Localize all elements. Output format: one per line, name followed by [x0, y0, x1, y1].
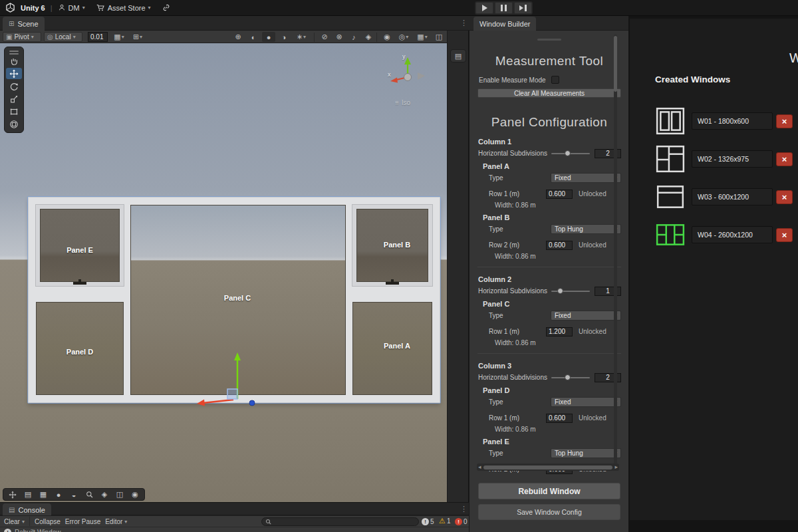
camera-dropdown[interactable]: ◎▾ — [395, 32, 412, 42]
scene-viewport[interactable]: Panel E Panel D Panel C Panel B Panel A … — [0, 43, 447, 502]
rebuild-window-button[interactable]: Rebuild Window — [478, 483, 620, 499]
scroll-right-arrow[interactable]: ▸ — [614, 464, 618, 470]
sphere-overlay-icon[interactable]: ● — [52, 489, 65, 499]
delete-window-button[interactable]: × — [776, 152, 793, 166]
wb-vertical-scrollbar[interactable] — [614, 35, 617, 467]
lock-toggle[interactable]: Unlocked — [579, 241, 606, 249]
layout-overlay-icon[interactable]: ▤ — [21, 489, 35, 499]
grid-snap-input[interactable] — [88, 32, 108, 42]
created-window-item[interactable]: W01 - 1800x600 × — [655, 106, 793, 136]
info-filter-badge[interactable]: !5 — [422, 518, 434, 525]
overlay-menu-button[interactable]: ▤ — [450, 49, 466, 63]
account-menu[interactable]: DM▾ — [53, 0, 90, 16]
console-search[interactable] — [261, 517, 419, 526]
transform-tool[interactable] — [6, 118, 22, 130]
subdivisions-input[interactable] — [595, 149, 621, 158]
tab-scene[interactable]: ⊞ Scene — [3, 17, 45, 31]
scene-menu-kebab[interactable]: ⋮ — [460, 19, 467, 27]
snap-settings-button[interactable]: ⊞▾ — [129, 32, 146, 42]
view-hand-tool[interactable] — [6, 55, 22, 66]
compass-overlay-icon[interactable]: ◉ — [128, 489, 142, 499]
step-button[interactable] — [514, 2, 532, 14]
panel-type-dropdown[interactable]: Fixed▾ — [551, 173, 621, 183]
lock-toggle[interactable]: Unlocked — [579, 328, 606, 335]
created-window-item[interactable]: W03 - 600x1200 × — [655, 182, 793, 211]
scene-toolbar: ▣ Pivot▾ ◎ Local▾ ▦▾ ⊞▾ ⊕ ◐ ● ◑ ∗▾ ⊘ ⊗ ♪… — [0, 31, 469, 43]
tab-console[interactable]: ▤ Console — [3, 503, 51, 516]
pause-button[interactable] — [495, 2, 513, 14]
tab-window-builder[interactable]: Window Builder — [473, 17, 536, 31]
subdivisions-slider[interactable] — [551, 377, 590, 378]
move-overlay-icon[interactable] — [6, 489, 19, 499]
rect-tool[interactable] — [6, 106, 22, 117]
scroll-thumb[interactable] — [483, 466, 613, 469]
shading-mode-button[interactable]: ⊕ — [231, 32, 245, 42]
collapse-toggle[interactable]: Collapse — [35, 518, 61, 525]
scene-icon: ⊞ — [9, 20, 14, 27]
audio-toggle-button[interactable]: ◑ — [277, 32, 291, 42]
panel-type-dropdown[interactable]: Top Hung▾ — [551, 448, 621, 458]
console-menu-kebab[interactable]: ⋮ — [460, 505, 467, 513]
panel-type-dropdown[interactable]: Top Hung▾ — [551, 224, 621, 234]
effects-dropdown[interactable]: ∗▾ — [293, 32, 310, 42]
hidden-objects-button[interactable]: ⊘ — [318, 32, 331, 42]
warning-filter-badge[interactable]: ⚠1 — [439, 517, 450, 525]
scroll-left-arrow[interactable]: ◂ — [478, 464, 481, 470]
grid-visibility-dropdown[interactable]: ▦▾ — [414, 32, 431, 42]
pivot-dropdown[interactable]: ▣ Pivot▾ — [3, 32, 41, 42]
panel-e-sash[interactable] — [36, 205, 124, 286]
asset-store-menu[interactable]: Asset Store▾ — [90, 0, 156, 16]
local-dropdown[interactable]: ◎ Local▾ — [44, 32, 82, 42]
subdivisions-input[interactable] — [595, 373, 621, 382]
enable-measure-checkbox[interactable] — [551, 76, 559, 84]
iso-icon: ≡ — [395, 99, 399, 106]
grid-overlay-icon[interactable]: ▦ — [37, 489, 50, 499]
error-pause-toggle[interactable]: Error Pause — [65, 518, 100, 525]
row-height-input[interactable] — [546, 327, 573, 336]
transform-gizmo[interactable] — [194, 351, 261, 408]
2d-toggle-button[interactable]: ◐ — [247, 32, 260, 42]
scene-visibility-button[interactable]: ◉ — [380, 32, 394, 42]
shaded-overlay-icon[interactable]: ◒ — [67, 489, 80, 499]
gizmo-overlay-icon[interactable]: ◈ — [98, 489, 111, 499]
subdivisions-slider[interactable] — [551, 153, 590, 154]
component-view-button[interactable]: ◫ — [432, 32, 446, 42]
subdivisions-input[interactable] — [595, 287, 621, 296]
lighting-toggle-button[interactable]: ● — [262, 32, 275, 42]
rotate-tool[interactable] — [6, 80, 22, 92]
wb-drag-handle[interactable] — [537, 39, 561, 41]
scale-tool[interactable] — [6, 93, 22, 104]
panel-type-dropdown[interactable]: Fixed▾ — [551, 311, 621, 321]
play-button[interactable] — [475, 2, 493, 14]
created-window-item[interactable]: W02 - 1326x975 × — [655, 144, 793, 174]
editor-dropdown[interactable]: Editor▾ — [105, 518, 127, 525]
move-tool[interactable] — [6, 68, 22, 79]
lock-toggle[interactable]: Unlocked — [579, 190, 606, 198]
clear-measurements-button[interactable]: Clear All Measurements — [477, 88, 621, 98]
row-height-input[interactable] — [546, 190, 573, 199]
delete-window-button[interactable]: × — [776, 114, 793, 128]
panel-type-dropdown[interactable]: Fixed▾ — [551, 397, 621, 407]
wb-horizontal-scrollbar[interactable]: ◂ ▸ — [477, 464, 619, 471]
services-button[interactable] — [156, 0, 176, 16]
error-filter-badge[interactable]: !0 — [455, 518, 467, 525]
cloth-overlay-icon[interactable]: ◫ — [113, 489, 126, 499]
projection-toggle[interactable]: ≡ Iso — [395, 99, 410, 106]
created-window-item-selected[interactable]: W04 - 2600x1200 × — [655, 220, 793, 249]
search-overlay-icon[interactable] — [82, 489, 96, 499]
subdivisions-slider[interactable] — [551, 291, 590, 292]
row-height-input[interactable] — [546, 414, 573, 423]
audio-mute-button[interactable]: ♪ — [347, 32, 360, 42]
delete-window-button[interactable]: × — [776, 228, 793, 242]
row-height-input[interactable] — [546, 241, 573, 250]
console-search-input[interactable] — [274, 518, 407, 525]
delete-window-button[interactable]: × — [776, 190, 793, 204]
save-window-config-button[interactable]: Save Window Config — [478, 504, 620, 520]
toolstrip-grip[interactable] — [9, 51, 19, 52]
cutaway-button[interactable]: ⊗ — [332, 32, 346, 42]
lock-toggle[interactable]: Unlocked — [579, 414, 606, 422]
grid-snap-button[interactable]: ▦▾ — [110, 32, 128, 42]
status-bar[interactable]: ! Rebuilt Window — [0, 527, 469, 532]
clear-button[interactable]: Clear▾ — [4, 518, 25, 525]
fx-button[interactable]: ◈ — [362, 32, 375, 42]
